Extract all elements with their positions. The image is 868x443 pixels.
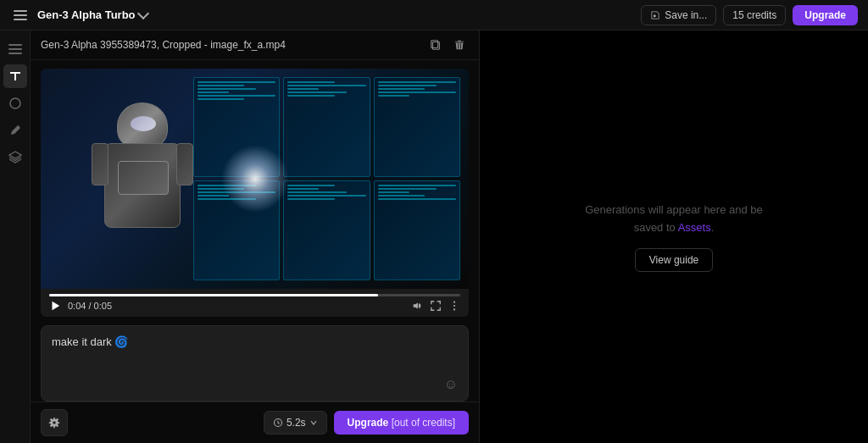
hamburger-menu-icon[interactable] (10, 7, 31, 24)
fullscreen-button[interactable] (430, 300, 442, 312)
volume-button[interactable] (411, 300, 423, 312)
panel-header: Gen-3 Alpha 3955389473, Cropped - image_… (31, 30, 479, 60)
progress-bar[interactable] (49, 294, 460, 296)
trash-icon (453, 39, 465, 51)
main-layout: Gen-3 Alpha 3955389473, Cropped - image_… (0, 30, 868, 443)
controls-right (411, 300, 460, 312)
bottom-toolbar: 5.2s Upgrade [out of credits] (31, 401, 479, 443)
settings-button[interactable] (41, 409, 68, 436)
credits-text: 15 credits (732, 9, 776, 21)
duration-button[interactable]: 5.2s (264, 411, 327, 435)
panel-header-left: Gen-3 Alpha 3955389473, Cropped - image_… (41, 39, 286, 51)
topbar: Gen-3 Alpha Turbo Save in... 15 credits … (0, 0, 868, 30)
duration-label: 5.2s (287, 417, 306, 429)
upgrade-label: Upgrade (804, 9, 846, 21)
video-controls: 0:04 / 0:05 (41, 289, 469, 317)
app-title[interactable]: Gen-3 Alpha Turbo (37, 8, 147, 21)
generate-button[interactable]: Upgrade [out of credits] (334, 411, 469, 435)
svg-rect-2 (8, 53, 22, 54)
save-label: Save in... (665, 9, 707, 21)
progress-bar-fill (49, 294, 378, 296)
save-button[interactable]: Save in... (641, 5, 716, 25)
copy-button[interactable] (426, 37, 445, 53)
more-icon (448, 300, 460, 312)
svg-rect-0 (8, 44, 22, 46)
delete-button[interactable] (450, 37, 469, 53)
topbar-left: Gen-3 Alpha Turbo (10, 7, 147, 24)
svg-point-7 (453, 302, 455, 303)
sidebar-item-menu[interactable] (3, 37, 27, 61)
left-panel: Gen-3 Alpha 3955389473, Cropped - image_… (31, 30, 480, 443)
fullscreen-icon (430, 300, 442, 312)
right-panel: Generations will appear here and be save… (480, 30, 868, 443)
content-area: Gen-3 Alpha 3955389473, Cropped - image_… (31, 30, 868, 443)
view-guide-button[interactable]: View guide (635, 248, 714, 272)
video-preview (41, 69, 469, 289)
volume-icon (411, 300, 423, 312)
assets-link[interactable]: Assets (678, 221, 711, 234)
empty-state-text: Generations will appear here and be save… (585, 202, 763, 237)
clock-icon (273, 418, 283, 428)
generate-label: Upgrade (348, 417, 389, 429)
prompt-area: make it dark 🌀 ☺ (41, 325, 469, 401)
more-options-button[interactable] (448, 300, 460, 312)
view-guide-label: View guide (649, 254, 699, 266)
prompt-box: make it dark 🌀 ☺ (41, 325, 469, 401)
svg-point-8 (453, 305, 455, 307)
play-icon (49, 300, 61, 312)
controls-row: 0:04 / 0:05 (49, 300, 460, 312)
prompt-text: make it dark 🌀 (52, 335, 458, 350)
copy-icon (430, 39, 442, 51)
svg-point-9 (453, 308, 455, 310)
settings-icon (48, 417, 60, 429)
empty-state-line1: Generations will appear here and be (585, 203, 763, 216)
chevron-down-icon (136, 8, 148, 19)
svg-rect-1 (8, 48, 22, 50)
empty-state-line2: saved to (634, 221, 678, 234)
prompt-bottom: ☺ (52, 377, 458, 392)
out-of-credits-label: [out of credits] (392, 417, 455, 429)
svg-point-3 (10, 98, 20, 108)
topbar-right: Save in... 15 credits Upgrade (641, 5, 858, 25)
controls-left: 0:04 / 0:05 (49, 300, 112, 312)
sidebar-item-text[interactable] (3, 64, 27, 88)
chevron-icon (309, 418, 318, 427)
app-title-text: Gen-3 Alpha Turbo (37, 8, 136, 21)
icon-sidebar (0, 30, 31, 443)
sidebar-item-shapes[interactable] (3, 91, 27, 115)
save-icon (650, 10, 660, 20)
sidebar-item-layers[interactable] (3, 146, 27, 169)
credits-badge[interactable]: 15 credits (723, 5, 786, 25)
current-time: 0:04 (68, 301, 86, 311)
video-container: 0:04 / 0:05 (41, 69, 469, 317)
emoji-button[interactable]: ☺ (444, 377, 458, 392)
upgrade-button[interactable]: Upgrade (793, 5, 858, 25)
file-name: Gen-3 Alpha 3955389473, Cropped - image_… (41, 39, 286, 51)
scene (41, 69, 469, 289)
empty-state-line3: . (711, 221, 715, 234)
play-button[interactable] (49, 300, 61, 312)
svg-marker-6 (53, 302, 60, 311)
time-display: 0:04 / 0:05 (68, 301, 112, 311)
panel-header-icons (426, 37, 469, 53)
total-time: 0:05 (94, 301, 112, 311)
sidebar-item-brush[interactable] (3, 119, 27, 142)
robot-figure (92, 102, 193, 272)
